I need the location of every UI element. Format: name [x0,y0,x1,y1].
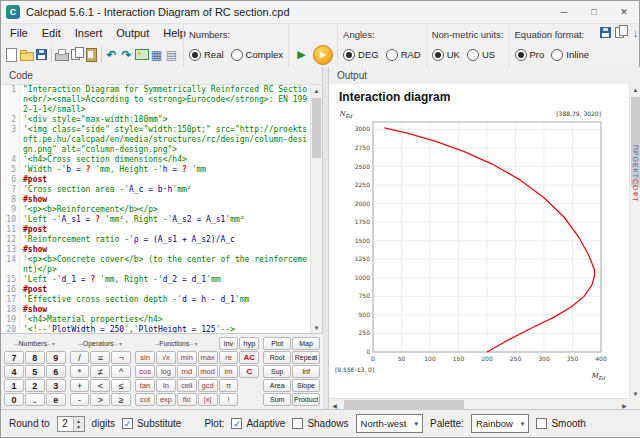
paste-icon[interactable] [84,46,99,63]
key-7[interactable]: 7 [4,351,24,364]
code-line[interactable]: 18#show [1,305,310,315]
scroll-down-icon[interactable]: ▼ [311,322,322,333]
key-max[interactable]: max [198,351,218,364]
radio-real[interactable]: Real [189,49,224,61]
plot-button[interactable]: Plot [263,337,291,350]
sum-button[interactable]: Sum [263,393,291,406]
map-button[interactable]: Map [292,337,320,350]
key-x[interactable]: |x| [198,393,218,406]
key-key[interactable]: ≡ [90,351,110,364]
radio-uk[interactable]: UK [432,49,460,61]
key-key[interactable]: π [219,379,239,392]
key-5[interactable]: 5 [25,365,45,378]
key-3[interactable]: 3 [46,379,66,392]
section-functions[interactable]: Functions [135,337,217,350]
smooth-checkbox[interactable]: Smooth [536,418,585,429]
key-log[interactable]: log [156,365,176,378]
insert-image-icon[interactable] [134,46,149,63]
scroll-up-icon[interactable]: ▲ [311,85,322,96]
code-line[interactable]: 11#post [1,225,310,235]
calculate-button[interactable]: ▶ [313,45,333,65]
run-button[interactable]: ▶ [293,46,310,63]
radio-complex[interactable]: Complex [231,49,284,61]
key-key[interactable]: . [25,393,45,406]
ac-button[interactable]: AC [239,351,259,364]
adaptive-checkbox[interactable]: ✓Adaptive [231,418,285,429]
product-button[interactable]: Product [292,393,320,406]
output-scroll-up-icon[interactable]: ▲ [630,84,640,95]
key-0[interactable]: 0 [4,393,24,406]
key-key[interactable]: ≤ [111,379,131,392]
key-rnd[interactable]: rnd [177,365,197,378]
inv-toggle[interactable]: inv [219,337,239,350]
radio-rad[interactable]: RAD [386,49,421,61]
code-line[interactable]: 19'<h4>Material properties</h4> [1,315,310,325]
key-key[interactable]: < [90,379,110,392]
key-4[interactable]: 4 [4,365,24,378]
menu-insert[interactable]: Insert [68,26,110,40]
code-line[interactable]: 15'Left -'d_1 = ? 'mm, Right -'d_2 = d_1… [1,275,310,285]
key-mod[interactable]: mod [198,365,218,378]
key-ln[interactable]: ln [156,379,176,392]
inf-button[interactable]: Inf [292,365,320,378]
code-line[interactable]: 6#post [1,175,310,185]
maximize-button[interactable]: □ [579,1,609,23]
open-file-icon[interactable] [19,46,34,63]
radio-pro[interactable]: Pro [515,49,545,61]
key-9[interactable]: 9 [46,351,66,364]
key-flo[interactable]: flo [177,393,197,406]
key-tan[interactable]: tan [135,379,155,392]
sup-button[interactable]: Sup [263,365,291,378]
key-key[interactable]: ¬ [111,351,131,364]
code-line[interactable]: 10'Left -'A_s1 = ? 'mm², Right -'A_s2 = … [1,215,310,225]
key-key[interactable]: > [90,393,110,406]
menu-output[interactable]: Output [109,26,156,40]
grid-large-icon[interactable]: ▤ [164,46,179,63]
menu-edit[interactable]: Edit [35,26,68,40]
spinner-arrows-icon[interactable]: ▲▼ [73,417,84,431]
key-re[interactable]: re [219,351,239,364]
code-line[interactable]: 5'Width -'b = ? 'mm, Height -'h = ? 'mm [1,165,310,175]
code-line[interactable]: 2'<div style="max-width:180mm"> [1,115,310,125]
minimize-button[interactable]: ─ [549,1,579,23]
code-line[interactable]: 8#show [1,195,310,205]
key-cos[interactable]: cos [135,365,155,378]
key-min[interactable]: min [177,351,197,364]
area-button[interactable]: Area [263,379,291,392]
hyp-toggle[interactable]: hyp [239,337,259,350]
key-2[interactable]: 2 [25,379,45,392]
code-line[interactable]: 14'<p><b>Concrete cover</b> (to the cent… [1,255,310,275]
section-operators[interactable]: Operators [70,337,132,350]
output-scroll-down-icon[interactable]: ▼ [630,388,640,399]
key-8[interactable]: 8 [25,351,45,364]
substitute-checkbox[interactable]: ✓Substitute [122,418,181,429]
copy-output-icon[interactable] [613,24,628,41]
redo-icon[interactable]: ↷ [119,46,134,63]
output-vscrollbar[interactable]: ▲ ▼ [629,84,640,399]
key-1[interactable]: 1 [4,379,24,392]
key-key[interactable]: - [70,393,90,406]
radio-deg[interactable]: DEG [343,49,379,61]
code-line[interactable]: 13#show [1,245,310,255]
key-sin[interactable]: sin [135,351,155,364]
key-im[interactable]: im [219,365,239,378]
code-line[interactable]: 1"Interaction Diagram for Symmetrically … [1,85,310,115]
key-key[interactable]: ^ [111,365,131,378]
legend-position-select[interactable]: North-west▾ [356,414,423,433]
key-6[interactable]: 6 [46,365,66,378]
key-x[interactable]: √x [156,351,176,364]
c-button[interactable]: C [239,365,259,378]
code-line[interactable]: 7'Cross section area -'A_c = b·h'mm² [1,185,310,195]
section-numbers[interactable]: Numbers [4,337,66,350]
key-key[interactable]: ≥ [111,393,131,406]
save-output-icon[interactable] [598,24,613,41]
code-scrollbar-thumb[interactable] [312,98,321,158]
key-key[interactable]: ≠ [90,365,110,378]
code-line[interactable]: 20'<!--'PlotWidth = 250','PlotHeight = 1… [1,325,310,333]
shadows-checkbox[interactable]: Shadows [292,418,348,429]
key-cot[interactable]: cot [135,393,155,406]
code-line[interactable]: 9'<p><b>Reinforcement</b></p> [1,205,310,215]
undo-icon[interactable]: ↶ [104,46,119,63]
close-button[interactable]: ✕ [609,1,639,23]
code-line[interactable]: 12'Reinforcement ratio -'ρ = (A_s1 + A_s… [1,235,310,245]
